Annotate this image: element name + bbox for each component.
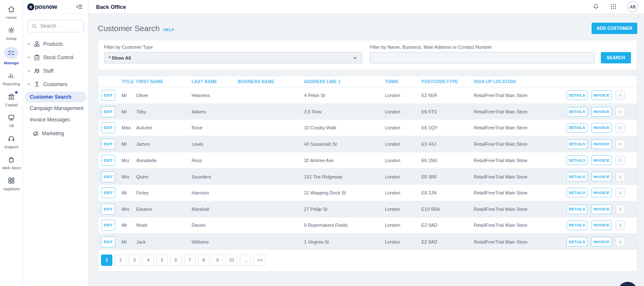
sidebar-subitem-customer-search[interactable]: Customer Search xyxy=(25,92,86,102)
page-button-3[interactable]: 3 xyxy=(129,255,140,266)
details-button[interactable]: DETAILS xyxy=(566,123,587,133)
delete-button[interactable]: X xyxy=(615,90,625,100)
rail-item-capital[interactable]: Capital xyxy=(0,92,23,107)
page-button-5[interactable]: 5 xyxy=(156,255,168,266)
page-title-text: Customer Search xyxy=(98,24,160,33)
column-header-type: TYPE xyxy=(447,79,474,84)
details-button[interactable]: DETAILS xyxy=(566,155,587,165)
table-row: EDITMrOliverHeavens4 Pekin StLondonE2 6E… xyxy=(98,87,637,104)
delete-button[interactable]: X xyxy=(615,237,625,247)
sidebar-search-input[interactable] xyxy=(40,23,80,29)
chat-widget-button[interactable] xyxy=(618,282,637,286)
details-button[interactable]: DETAILS xyxy=(566,205,587,214)
main-content: Customer Search HELP ADD CUSTOMER Filter… xyxy=(88,14,644,286)
cell-first-name: Annabelle xyxy=(136,158,192,163)
name-filter-input[interactable] xyxy=(370,52,595,63)
delete-button[interactable]: X xyxy=(615,123,625,133)
details-button[interactable]: DETAILS xyxy=(566,139,587,149)
sidebar-subitem-invoice-messages[interactable]: Invoice Messages xyxy=(25,114,86,125)
table-body: EDITMrOliverHeavens4 Pekin StLondonE2 6E… xyxy=(98,87,637,250)
rail-item-till[interactable]: Till xyxy=(0,113,23,128)
edit-button[interactable]: EDIT xyxy=(101,220,115,231)
edit-button[interactable]: EDIT xyxy=(101,171,115,182)
page-button-2[interactable]: 2 xyxy=(115,255,126,266)
topbar: Back Office AB xyxy=(88,0,644,14)
rail-item-manage[interactable]: Manage xyxy=(0,47,23,65)
customer-type-label: Filter by Customer Type xyxy=(104,45,362,50)
delete-button[interactable]: X xyxy=(615,155,625,165)
rail-item-support[interactable]: Support xyxy=(0,134,23,149)
delete-button[interactable]: X xyxy=(615,220,625,230)
sidebar-collapse-icon[interactable] xyxy=(75,3,83,10)
chevron-down-icon xyxy=(353,55,358,60)
notifications-bell-icon[interactable] xyxy=(592,3,600,10)
details-button[interactable]: DETAILS xyxy=(566,188,587,197)
sidebar-search[interactable] xyxy=(27,20,84,32)
delete-button[interactable]: X xyxy=(615,139,625,149)
sidebar-item-stock-control[interactable]: Stock Control xyxy=(23,51,88,64)
user-avatar[interactable]: AB xyxy=(627,1,638,12)
rail-item-appstore[interactable]: AppStore xyxy=(0,176,23,191)
edit-button[interactable]: EDIT xyxy=(101,236,115,247)
edit-cell: EDIT xyxy=(98,155,122,166)
invoice-button[interactable]: INVOICE xyxy=(591,123,612,133)
cell-postcode: E2 6ER xyxy=(421,93,447,98)
delete-button[interactable]: X xyxy=(615,107,625,117)
apps-grid-icon[interactable] xyxy=(610,3,617,10)
edit-button[interactable]: EDIT xyxy=(101,122,115,133)
page-button-9[interactable]: 9 xyxy=(212,255,223,266)
details-button[interactable]: DETAILS xyxy=(566,220,587,230)
invoice-button[interactable]: INVOICE xyxy=(591,220,612,230)
invoice-button[interactable]: INVOICE xyxy=(591,188,612,197)
active-icon-pill xyxy=(4,47,18,59)
page-button-8[interactable]: 8 xyxy=(198,255,209,266)
details-button[interactable]: DETAILS xyxy=(566,172,587,181)
sidebar-item-products[interactable]: Products xyxy=(23,37,88,51)
invoice-button[interactable]: INVOICE xyxy=(591,107,612,117)
edit-button[interactable]: EDIT xyxy=(101,90,115,101)
page-button-10[interactable]: 10 xyxy=(226,255,237,266)
invoice-button[interactable]: INVOICE xyxy=(591,205,612,214)
rail-item-setup[interactable]: Setup xyxy=(0,26,23,41)
invoice-button[interactable]: INVOICE xyxy=(591,172,612,181)
customer-icon xyxy=(34,81,40,88)
invoice-button[interactable]: INVOICE xyxy=(591,237,612,247)
page-button-4[interactable]: 4 xyxy=(143,255,154,266)
page-button-1[interactable]: 1 xyxy=(101,255,112,266)
page-next-button[interactable]: >> xyxy=(254,255,266,266)
rail-item-web-store[interactable]: Web Store xyxy=(0,155,23,170)
sidebar-item-marketing[interactable]: Marketing xyxy=(23,127,88,140)
customer-type-select[interactable]: * Show All xyxy=(104,52,362,63)
rail-item-home[interactable]: Home xyxy=(0,5,23,20)
edit-button[interactable]: EDIT xyxy=(101,155,115,166)
help-link[interactable]: HELP xyxy=(164,28,174,32)
invoice-button[interactable]: INVOICE xyxy=(591,90,612,100)
delete-button[interactable]: X xyxy=(615,205,625,214)
page-button-7[interactable]: 7 xyxy=(184,255,195,266)
details-button[interactable]: DETAILS xyxy=(566,107,587,117)
edit-cell: EDIT xyxy=(98,90,122,101)
delete-button[interactable]: X xyxy=(615,188,625,197)
edit-button[interactable]: EDIT xyxy=(101,106,115,117)
edit-button[interactable]: EDIT xyxy=(101,187,115,198)
delete-button[interactable]: X xyxy=(615,172,625,181)
cell-address-line-1: 43 Susannah St xyxy=(304,142,385,147)
invoice-button[interactable]: INVOICE xyxy=(591,139,612,149)
table-row: EDITMrsQuinnSaunders131 The RidgewayLond… xyxy=(98,168,637,185)
cell-title: Mr xyxy=(122,190,136,195)
page-button-6[interactable]: 6 xyxy=(170,255,182,266)
sidebar-item-staff[interactable]: Staff xyxy=(23,64,88,78)
details-button[interactable]: DETAILS xyxy=(566,90,587,100)
edit-button[interactable]: EDIT xyxy=(101,204,115,215)
edit-button[interactable]: EDIT xyxy=(101,139,115,150)
add-customer-button[interactable]: ADD CUSTOMER xyxy=(592,23,637,34)
sidebar-subitem-campaign-management[interactable]: Campaign Management xyxy=(25,103,86,114)
sidebar-item-customers[interactable]: Customers xyxy=(23,78,88,91)
search-button[interactable]: SEARCH xyxy=(601,52,631,63)
details-button[interactable]: DETAILS xyxy=(566,237,587,247)
page-ellipsis-button[interactable]: ... xyxy=(240,255,251,266)
rail-item-reporting[interactable]: Reporting xyxy=(0,71,23,86)
rail-item-label: Home xyxy=(6,15,16,20)
clipboard-icon xyxy=(34,54,40,61)
invoice-button[interactable]: INVOICE xyxy=(591,155,612,165)
